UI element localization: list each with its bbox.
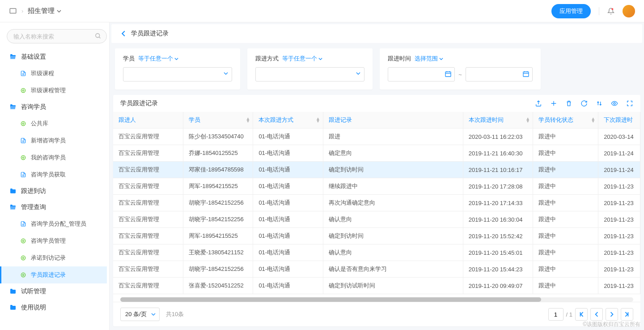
- chevron-down-icon: [356, 71, 360, 76]
- svg-point-20: [21, 256, 25, 260]
- prev-page-button[interactable]: [590, 308, 603, 321]
- table-row[interactable]: 百宝云应用管理陈少创-1353450474001-电话沟通跟进2020-03-1…: [113, 129, 640, 145]
- date-to-input[interactable]: [466, 67, 533, 81]
- sidebar-item-label: 公共库: [31, 120, 48, 128]
- sidebar-item[interactable]: 学员跟进记录: [0, 266, 107, 283]
- sidebar-item[interactable]: 承诺到访记录: [7, 249, 107, 266]
- breadcrumb-separator: ›: [21, 8, 23, 14]
- table-cell: 跟进中: [533, 211, 598, 228]
- gear-icon: [20, 154, 26, 161]
- table-row[interactable]: 百宝云应用管理邓家佳-1895478559801-电话沟通确定到访时间2019-…: [113, 162, 640, 178]
- table-cell: 2019-11-24: [598, 162, 640, 178]
- sidebar-item[interactable]: 我的咨询学员: [7, 149, 107, 166]
- filter-op-select[interactable]: 选择范围: [415, 55, 443, 63]
- sidebar-item[interactable]: 公共库: [7, 115, 107, 132]
- table-row[interactable]: 百宝云应用管理胡晓宇-1854215225601-电话沟通确认意向2019-11…: [113, 211, 640, 228]
- sort-icon[interactable]: [596, 100, 603, 107]
- svg-point-21: [22, 257, 24, 259]
- svg-point-2: [96, 34, 100, 38]
- table-cell: 2019-11-23: [598, 195, 640, 211]
- filter-op-select[interactable]: 等于任意一个: [138, 55, 178, 63]
- date-from-input[interactable]: [388, 67, 455, 81]
- filter-op-select[interactable]: 等于任意一个: [282, 55, 322, 63]
- table-header[interactable]: 本次跟进方式▲▼: [253, 112, 323, 129]
- export-icon[interactable]: [535, 100, 542, 107]
- table-header[interactable]: 本次跟进时间▲▼: [463, 112, 533, 129]
- calendar-icon: [445, 70, 452, 77]
- table-row[interactable]: 百宝云应用管理张喜爱-1520451225201-电话沟通确定到访试听时间201…: [113, 278, 640, 294]
- filter-student: 学员 等于任意一个: [115, 48, 240, 90]
- sidebar-folder[interactable]: 使用说明: [7, 300, 107, 316]
- svg-point-23: [22, 274, 24, 276]
- first-page-button[interactable]: [575, 308, 588, 321]
- sidebar-item[interactable]: 新增咨询学员: [7, 132, 107, 149]
- table-cell: 01-电话沟通: [253, 278, 323, 294]
- sidebar-item[interactable]: 咨询学员分配_管理员: [7, 215, 107, 232]
- sidebar-folder[interactable]: 试听管理: [7, 283, 107, 300]
- app-icon[interactable]: [9, 7, 17, 15]
- sidebar-item[interactable]: 班级课程: [7, 65, 107, 82]
- gear-icon: [20, 272, 26, 278]
- table-cell: 百宝云应用管理: [113, 261, 183, 278]
- table-cell: 01-电话沟通: [253, 162, 323, 178]
- table-cell: 百宝云应用管理: [113, 228, 183, 244]
- table-row[interactable]: 百宝云应用管理胡晓宇-1854215225601-电话沟通确认是否有意向来学习2…: [113, 261, 640, 278]
- table-row[interactable]: 百宝云应用管理王晓爱-1380542115201-电话沟通确认意向2019-11…: [113, 244, 640, 261]
- filter-label: 跟进方式: [255, 55, 279, 63]
- svg-rect-0: [10, 9, 16, 13]
- chevron-down-icon: [224, 71, 228, 76]
- table-cell: 2019-11-21 10:16:17: [463, 162, 533, 178]
- svg-point-12: [21, 155, 25, 159]
- filter-method-select[interactable]: [255, 67, 364, 81]
- table-cell: 01-电话沟通: [253, 211, 323, 228]
- delete-icon[interactable]: [565, 100, 572, 107]
- refresh-icon[interactable]: [580, 100, 588, 107]
- eye-icon[interactable]: [611, 100, 618, 107]
- table-row[interactable]: 百宝云应用管理乔娜-1854012552501-电话沟通确定意向2019-11-…: [113, 145, 640, 162]
- table-row[interactable]: 百宝云应用管理胡晓宇-1854215225601-电话沟通再次沟通确定意向201…: [113, 195, 640, 211]
- filter-student-select[interactable]: [123, 67, 232, 81]
- svg-point-1: [611, 8, 613, 10]
- sidebar-item[interactable]: 班级课程管理: [7, 82, 107, 99]
- table-row[interactable]: 百宝云应用管理周军-1895421552501-电话沟通继续跟进中2019-11…: [113, 178, 640, 195]
- add-icon[interactable]: [550, 100, 557, 107]
- table-cell: 王晓爱-13805421152: [183, 244, 253, 261]
- table-cell: 跟进中: [533, 129, 598, 145]
- app-manage-button[interactable]: 应用管理: [551, 4, 591, 18]
- chevron-down-icon: [174, 57, 178, 61]
- last-page-button[interactable]: [621, 308, 633, 321]
- filter-method: 跟进方式 等于任意一个: [247, 48, 373, 90]
- fullscreen-icon[interactable]: [626, 100, 633, 107]
- page-size-select[interactable]: 20 条/页: [120, 308, 160, 321]
- sidebar-item-label: 我的咨询学员: [31, 154, 66, 162]
- page-input[interactable]: [548, 308, 564, 321]
- sidebar-folder-label: 管理查询: [21, 203, 46, 211]
- file-icon: [20, 221, 26, 227]
- table-cell: 胡晓宇-18542152256: [183, 261, 253, 278]
- table-cell: 跟进中: [533, 178, 598, 195]
- next-page-button[interactable]: [606, 308, 618, 321]
- table-header[interactable]: 学员▲▼: [183, 112, 253, 129]
- table-cell: 2019-11-20 15:44:23: [463, 261, 533, 278]
- avatar[interactable]: [623, 5, 635, 17]
- back-icon[interactable]: [120, 30, 127, 37]
- sidebar-folder[interactable]: 基础设置: [7, 49, 107, 65]
- page-total-text: / 1: [566, 311, 572, 318]
- sidebar-item[interactable]: 咨询学员获取: [7, 166, 107, 183]
- sidebar-folder[interactable]: 咨询学员: [7, 99, 107, 115]
- table-cell: 百宝云应用管理: [113, 244, 183, 261]
- sidebar-item[interactable]: 咨询学员管理: [7, 232, 107, 249]
- table-cell: 百宝云应用管理: [113, 278, 183, 294]
- sort-icon: ▲▼: [591, 117, 595, 123]
- bell-icon[interactable]: [607, 8, 614, 15]
- search-input[interactable]: [7, 29, 107, 43]
- sidebar-folder[interactable]: 管理查询: [7, 199, 107, 215]
- sidebar-folder[interactable]: 跟进到访: [7, 183, 107, 199]
- horizontal-scrollbar[interactable]: [120, 297, 633, 302]
- sidebar-item-label: 咨询学员获取: [31, 171, 66, 179]
- breadcrumb-title[interactable]: 招生管理: [28, 7, 61, 15]
- sidebar-folder-label: 试听管理: [21, 287, 46, 296]
- table-header[interactable]: 学员转化状态▲▼: [533, 112, 598, 129]
- table-row[interactable]: 百宝云应用管理周军-1895421552501-电话沟通确定到访时间2019-1…: [113, 228, 640, 244]
- calendar-icon: [522, 70, 530, 77]
